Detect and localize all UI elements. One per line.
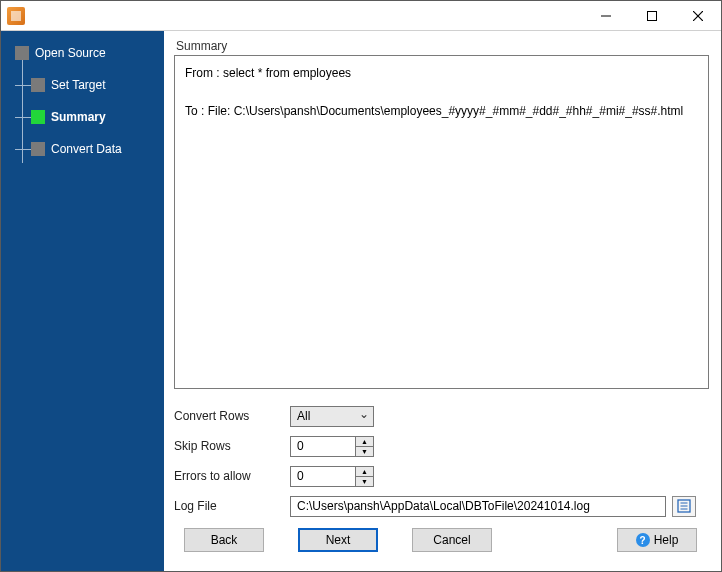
label-convert-rows: Convert Rows bbox=[174, 409, 290, 423]
label-errors: Errors to allow bbox=[174, 469, 290, 483]
maximize-icon bbox=[647, 11, 657, 21]
skip-rows-spinner[interactable]: ▲ ▼ bbox=[290, 436, 374, 457]
main-panel: Summary From : select * from employees T… bbox=[164, 31, 721, 571]
close-button[interactable] bbox=[675, 1, 721, 30]
convert-rows-select[interactable]: All bbox=[290, 406, 374, 427]
app-icon bbox=[7, 7, 25, 25]
errors-spinner[interactable]: ▲ ▼ bbox=[290, 466, 374, 487]
nav-connector-line bbox=[22, 59, 23, 163]
nav-label: Convert Data bbox=[51, 142, 122, 156]
log-file-browse-button[interactable] bbox=[672, 496, 696, 517]
back-button[interactable]: Back bbox=[184, 528, 264, 552]
help-icon: ? bbox=[636, 533, 650, 547]
cancel-button-label: Cancel bbox=[433, 533, 470, 547]
options-panel: Convert Rows All Skip Rows ▲ ▼ bbox=[174, 403, 709, 523]
summary-textbox: From : select * from employees To : File… bbox=[174, 55, 709, 389]
back-button-label: Back bbox=[211, 533, 238, 547]
spin-down-icon[interactable]: ▼ bbox=[356, 447, 373, 456]
minimize-icon bbox=[601, 11, 611, 21]
nav-node-icon bbox=[31, 78, 45, 92]
wizard-sidebar: Open Source Set Target Summary Convert D… bbox=[1, 31, 164, 571]
browse-icon bbox=[677, 499, 691, 513]
nav-item-open-source[interactable]: Open Source bbox=[1, 39, 164, 67]
label-skip-rows: Skip Rows bbox=[174, 439, 290, 453]
minimize-button[interactable] bbox=[583, 1, 629, 30]
row-skip-rows: Skip Rows ▲ ▼ bbox=[174, 433, 709, 459]
app-window: Open Source Set Target Summary Convert D… bbox=[0, 0, 722, 572]
row-log-file: Log File bbox=[174, 493, 709, 519]
spinner-arrows: ▲ ▼ bbox=[355, 467, 373, 486]
next-button-label: Next bbox=[326, 533, 351, 547]
nav-label: Open Source bbox=[35, 46, 106, 60]
help-button[interactable]: ?Help bbox=[617, 528, 697, 552]
help-button-label: Help bbox=[654, 533, 679, 547]
maximize-button[interactable] bbox=[629, 1, 675, 30]
nav-node-icon bbox=[31, 142, 45, 156]
label-log-file: Log File bbox=[174, 499, 290, 513]
nav-item-set-target[interactable]: Set Target bbox=[1, 71, 164, 99]
nav-item-summary[interactable]: Summary bbox=[1, 103, 164, 131]
body: Open Source Set Target Summary Convert D… bbox=[1, 31, 721, 571]
nav-node-icon bbox=[31, 110, 45, 124]
cancel-button[interactable]: Cancel bbox=[412, 528, 492, 552]
titlebar bbox=[1, 1, 721, 31]
next-button[interactable]: Next bbox=[298, 528, 378, 552]
svg-rect-1 bbox=[648, 11, 657, 20]
spinner-arrows: ▲ ▼ bbox=[355, 437, 373, 456]
window-controls bbox=[583, 1, 721, 30]
nav-item-convert-data[interactable]: Convert Data bbox=[1, 135, 164, 163]
nav-node-icon bbox=[15, 46, 29, 60]
errors-input[interactable] bbox=[291, 467, 355, 486]
close-icon bbox=[693, 11, 703, 21]
row-errors: Errors to allow ▲ ▼ bbox=[174, 463, 709, 489]
spin-down-icon[interactable]: ▼ bbox=[356, 477, 373, 486]
row-convert-rows: Convert Rows All bbox=[174, 403, 709, 429]
section-label: Summary bbox=[174, 39, 709, 53]
skip-rows-input[interactable] bbox=[291, 437, 355, 456]
nav-label: Set Target bbox=[51, 78, 105, 92]
spin-up-icon[interactable]: ▲ bbox=[356, 467, 373, 477]
spin-up-icon[interactable]: ▲ bbox=[356, 437, 373, 447]
nav-label: Summary bbox=[51, 110, 106, 124]
log-file-input[interactable] bbox=[290, 496, 666, 517]
button-bar: Back Next Cancel ?Help bbox=[174, 523, 709, 561]
